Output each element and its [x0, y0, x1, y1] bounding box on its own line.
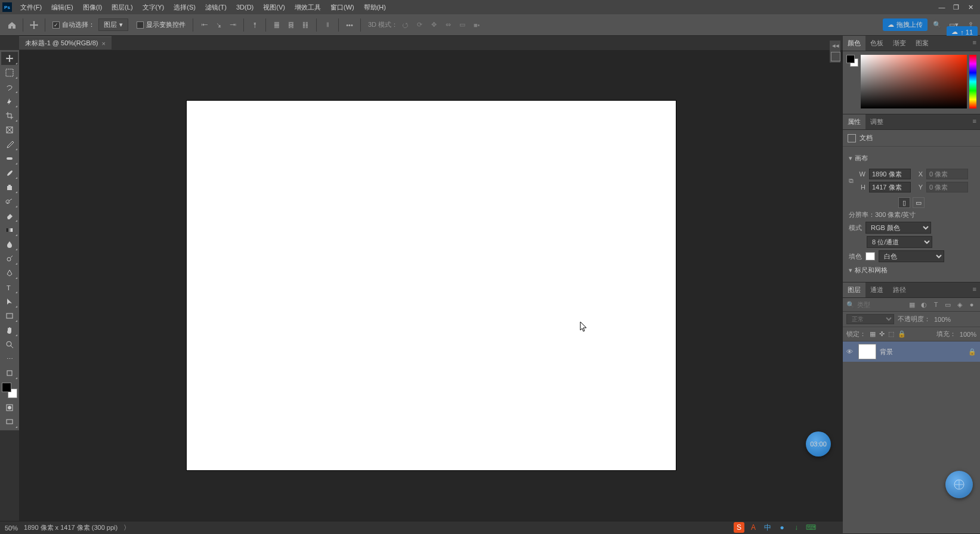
- menu-edit[interactable]: 编辑(E): [47, 0, 78, 14]
- show-transform-checkbox[interactable]: [137, 21, 144, 29]
- workspace[interactable]: [19, 50, 843, 521]
- home-icon[interactable]: [6, 19, 18, 31]
- color-field[interactable]: [861, 55, 967, 108]
- menu-3d[interactable]: 3D(D): [231, 0, 258, 14]
- link-wh-icon[interactable]: ⧉: [849, 177, 854, 185]
- menu-filter[interactable]: 滤镜(T): [200, 0, 231, 14]
- menu-window[interactable]: 窗口(W): [326, 0, 359, 14]
- canvas[interactable]: [187, 101, 676, 470]
- lock-pixels-icon[interactable]: ▦: [870, 330, 876, 338]
- menu-file[interactable]: 文件(F): [16, 0, 47, 14]
- layer-filter-input[interactable]: [857, 301, 887, 308]
- tab-color[interactable]: 颜色: [843, 36, 865, 51]
- move-tool-icon[interactable]: [28, 19, 40, 31]
- tab-swatches[interactable]: 色板: [865, 36, 888, 51]
- ime-lang-icon[interactable]: 中: [762, 522, 773, 533]
- menu-view[interactable]: 视图(V): [258, 0, 290, 14]
- lock-all-icon[interactable]: 🔒: [898, 330, 906, 338]
- tool-blur[interactable]: [1, 238, 18, 251]
- auto-select-target-dropdown[interactable]: 图层▾: [98, 18, 128, 31]
- tool-hand[interactable]: [1, 324, 18, 337]
- tool-screenmode[interactable]: [1, 415, 18, 429]
- menu-image[interactable]: 图像(I): [78, 0, 107, 14]
- menu-select[interactable]: 选择(S): [169, 0, 200, 14]
- status-chevron-icon[interactable]: 〉: [123, 523, 130, 532]
- lock-position-icon[interactable]: ✜: [879, 330, 885, 338]
- ime-logo-icon[interactable]: S: [734, 522, 744, 533]
- tool-crop[interactable]: [1, 109, 18, 122]
- tool-edit-toolbar[interactable]: ⋯: [1, 352, 18, 365]
- hue-slider[interactable]: [969, 55, 976, 108]
- zoom-3d-icon[interactable]: ▭: [456, 19, 468, 31]
- slide-3d-icon[interactable]: ⇔: [442, 19, 454, 31]
- height-input[interactable]: [869, 182, 911, 193]
- align-top-icon[interactable]: ⭱: [249, 19, 261, 31]
- window-minimize[interactable]: —: [935, 0, 949, 14]
- ime-skin-icon[interactable]: ↓: [791, 522, 802, 533]
- tool-type[interactable]: T: [1, 281, 18, 294]
- tab-paths[interactable]: 路径: [888, 282, 911, 297]
- tool-extra[interactable]: [1, 367, 18, 380]
- tool-frame[interactable]: [1, 123, 18, 136]
- window-restore[interactable]: ❐: [949, 0, 963, 14]
- ime-keyboard-icon[interactable]: ⌨: [805, 522, 816, 533]
- menu-help[interactable]: 帮助(H): [359, 0, 391, 14]
- panel-menu-icon[interactable]: ≡: [969, 114, 980, 129]
- camera-3d-icon[interactable]: ■•: [471, 19, 483, 31]
- section-canvas[interactable]: 画布: [849, 154, 974, 163]
- align-right-icon[interactable]: ⭲: [227, 19, 239, 31]
- orientation-landscape[interactable]: ▭: [913, 197, 925, 208]
- tool-quickmask[interactable]: [1, 401, 18, 414]
- tab-channels[interactable]: 通道: [865, 282, 888, 297]
- window-close[interactable]: ✕: [963, 0, 978, 14]
- menu-layer[interactable]: 图层(L): [107, 0, 137, 14]
- color-mini-swatch[interactable]: [846, 55, 858, 67]
- distribute-vcenter-icon[interactable]: ䷿: [285, 19, 297, 31]
- tool-lasso[interactable]: [1, 80, 18, 94]
- distribute-spacing-icon[interactable]: ⫴: [321, 19, 333, 31]
- distribute-top-icon[interactable]: ䷀: [271, 19, 283, 31]
- panel-menu-icon[interactable]: ≡: [969, 282, 980, 297]
- auto-select-checkbox[interactable]: [52, 21, 60, 29]
- tool-clone[interactable]: [1, 181, 18, 194]
- orbit-3d-icon[interactable]: ⭯: [399, 19, 411, 31]
- tool-history-brush[interactable]: [1, 195, 18, 208]
- search-icon[interactable]: 🔍: [846, 301, 855, 309]
- align-left-icon[interactable]: ⭰: [198, 19, 210, 31]
- visibility-icon[interactable]: 👁: [846, 348, 855, 355]
- tab-adjustments[interactable]: 调整: [865, 114, 888, 129]
- tool-move[interactable]: [1, 52, 18, 65]
- menu-type[interactable]: 文字(Y): [138, 0, 169, 14]
- tool-path-select[interactable]: [1, 295, 18, 308]
- assistant-bubble[interactable]: [945, 471, 973, 498]
- filter-shape-icon[interactable]: ▭: [943, 300, 953, 309]
- color-mode-select[interactable]: RGB 颜色: [865, 222, 931, 234]
- tool-zoom[interactable]: [1, 338, 18, 351]
- more-options-icon[interactable]: •••: [344, 19, 355, 31]
- cloud-upload-button[interactable]: ☁ 拖拽上传: [883, 18, 928, 31]
- doc-dimensions[interactable]: 1890 像素 x 1417 像素 (300 ppi): [24, 523, 118, 532]
- distribute-bottom-icon[interactable]: ䷁: [299, 19, 311, 31]
- tool-rectangle[interactable]: [1, 309, 18, 322]
- tool-brush[interactable]: [1, 166, 18, 179]
- layer-name[interactable]: 背景: [880, 347, 893, 356]
- tool-healing[interactable]: [1, 152, 18, 165]
- opacity-value[interactable]: 100%: [934, 316, 951, 323]
- filter-type-icon[interactable]: T: [931, 300, 941, 309]
- tab-close-icon[interactable]: ×: [101, 40, 105, 47]
- tool-eyedropper[interactable]: [1, 138, 18, 151]
- collapse-toggle-icon[interactable]: ◂◂: [831, 42, 839, 49]
- menu-plugins[interactable]: 增效工具: [290, 0, 326, 14]
- panel-menu-icon[interactable]: ≡: [969, 36, 980, 51]
- tab-layers[interactable]: 图层: [843, 282, 865, 297]
- timer-badge[interactable]: 03:00: [806, 431, 831, 457]
- filter-pixel-icon[interactable]: ▦: [907, 300, 917, 309]
- tool-pen[interactable]: [1, 266, 18, 280]
- section-ruler-grid[interactable]: 标尺和网格: [849, 266, 974, 275]
- layer-row[interactable]: 👁 背景 🔒: [843, 341, 980, 362]
- roll-3d-icon[interactable]: ⟳: [413, 19, 425, 31]
- lock-artboard-icon[interactable]: ⬚: [888, 330, 894, 338]
- layer-thumbnail[interactable]: [858, 344, 876, 359]
- y-input[interactable]: [926, 182, 968, 193]
- x-input[interactable]: [926, 169, 968, 179]
